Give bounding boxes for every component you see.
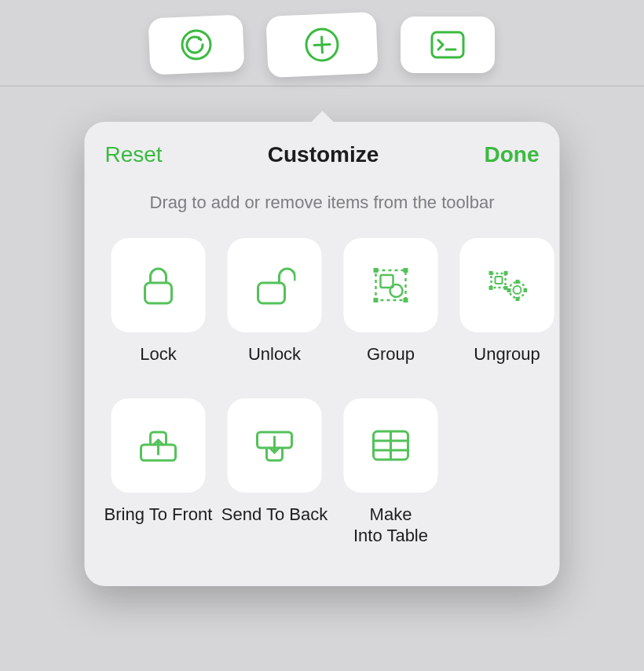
tile [344, 398, 438, 493]
svg-rect-4 [258, 283, 285, 303]
svg-rect-6 [374, 268, 379, 273]
customize-popover: Reset Customize Done Drag to add or remo… [85, 122, 560, 586]
svg-rect-9 [404, 298, 408, 302]
terminal-icon [429, 29, 467, 60]
item-group[interactable]: Group [336, 238, 446, 365]
send-to-back-icon [254, 427, 295, 464]
svg-rect-19 [516, 280, 520, 284]
svg-rect-14 [504, 271, 508, 275]
tile [460, 238, 554, 332]
item-bring-to-front[interactable]: Bring To Front [104, 398, 214, 547]
popover-header: Reset Customize Done [101, 142, 544, 167]
toolbar-add-button[interactable] [265, 11, 378, 77]
svg-rect-20 [507, 288, 511, 292]
item-ungroup[interactable]: Ungroup [452, 238, 562, 365]
tile [344, 238, 438, 332]
svg-rect-7 [404, 268, 408, 273]
item-label: Send To Back [221, 504, 327, 526]
svg-rect-22 [516, 297, 520, 301]
done-button[interactable]: Done [484, 142, 539, 167]
group-icon [371, 266, 411, 305]
svg-point-23 [514, 286, 521, 294]
items-grid: Lock Unlock [101, 238, 544, 547]
tile [112, 238, 206, 332]
ungroup-icon [487, 267, 528, 303]
svg-point-11 [390, 284, 403, 297]
item-label: Make Into Table [353, 504, 428, 547]
tile [112, 398, 206, 493]
item-make-into-table[interactable]: Make Into Table [336, 398, 446, 547]
item-label: Lock [140, 343, 176, 365]
tile [228, 398, 322, 493]
add-icon [302, 24, 342, 64]
svg-rect-2 [432, 32, 463, 57]
svg-rect-17 [496, 277, 503, 284]
svg-rect-3 [145, 283, 172, 303]
lock-icon [141, 264, 177, 306]
bring-to-front-icon [138, 427, 179, 464]
tile [228, 238, 322, 332]
popover-title: Customize [268, 142, 379, 167]
table-icon [371, 428, 412, 463]
svg-rect-21 [524, 288, 528, 292]
undo-icon [178, 27, 214, 63]
item-send-to-back[interactable]: Send To Back [220, 398, 330, 547]
item-lock[interactable]: Lock [104, 238, 214, 365]
popover-subtitle: Drag to add or remove items from the too… [101, 192, 544, 213]
svg-rect-8 [374, 298, 379, 302]
item-label: Ungroup [474, 343, 540, 365]
item-unlock[interactable]: Unlock [220, 238, 330, 365]
unlock-icon [254, 264, 296, 306]
toolbar [0, 0, 644, 86]
svg-rect-13 [489, 271, 493, 275]
toolbar-undo-button[interactable] [148, 14, 244, 75]
reset-button[interactable]: Reset [105, 142, 163, 167]
toolbar-terminal-button[interactable] [401, 16, 495, 73]
item-label: Group [367, 343, 415, 365]
svg-point-18 [510, 282, 525, 298]
item-label: Unlock [248, 343, 301, 365]
svg-rect-12 [492, 273, 506, 288]
item-label: Bring To Front [104, 504, 213, 526]
svg-rect-15 [489, 286, 493, 290]
